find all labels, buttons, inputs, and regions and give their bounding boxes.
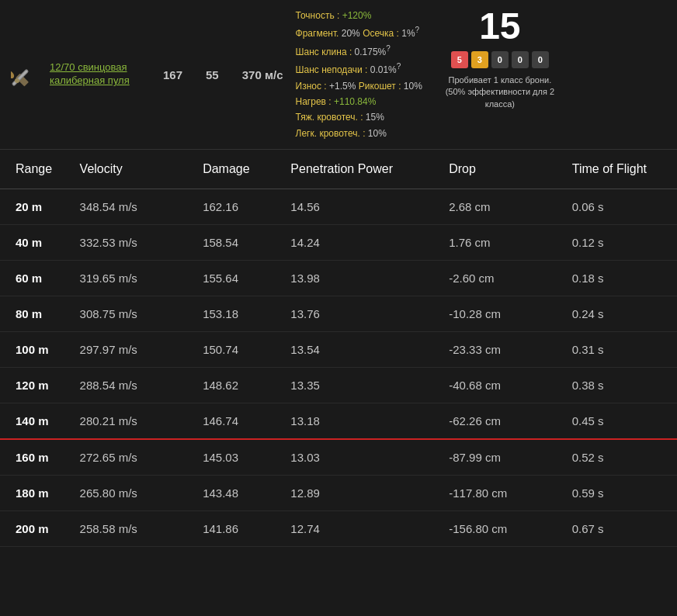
- stat-list: Точность : +120% Фрагмент. 20% Осечка : …: [296, 8, 422, 141]
- table-row: 80 m 308.75 m/s 153.18 13.76 -10.28 cm 0…: [0, 296, 677, 332]
- armor-dot-4: 0: [512, 51, 529, 68]
- item-stats-basic: 167 55 370 м/с: [163, 68, 283, 81]
- ballistics-table: Range Velocity Damage Penetration Power …: [0, 150, 677, 547]
- table-row: 100 m 297.97 m/s 150.74 13.54 -23.33 cm …: [0, 332, 677, 368]
- cell-range: 140 m: [0, 403, 71, 440]
- cell-penetration: 13.54: [281, 332, 439, 368]
- cell-velocity: 332.53 m/s: [71, 225, 194, 261]
- stat-55: 55: [206, 68, 219, 81]
- table-row: 160 m 272.65 m/s 145.03 13.03 -87.99 cm …: [0, 439, 677, 476]
- item-name[interactable]: 12/70 свинцовая калиберная пуля: [50, 61, 151, 88]
- item-icon: [9, 61, 37, 88]
- table-row: 120 m 288.54 m/s 148.62 13.35 -40.68 cm …: [0, 368, 677, 403]
- cell-damage: 141.86: [193, 511, 281, 547]
- cell-penetration: 13.76: [281, 296, 439, 332]
- cell-penetration: 13.98: [281, 261, 439, 296]
- cell-drop: -2.60 cm: [439, 261, 563, 296]
- col-drop: Drop: [439, 150, 563, 189]
- cell-drop: -40.68 cm: [439, 368, 563, 403]
- cell-range: 20 m: [0, 189, 71, 225]
- cell-drop: -23.33 cm: [439, 332, 563, 368]
- cell-damage: 153.18: [193, 296, 281, 332]
- stat-fragment: Фрагмент. 20% Осечка : 1%?: [296, 23, 422, 41]
- cell-velocity: 272.65 m/s: [71, 439, 194, 476]
- col-damage: Damage: [193, 150, 281, 189]
- table-row: 200 m 258.58 m/s 141.86 12.74 -156.80 cm…: [0, 511, 677, 547]
- cell-velocity: 258.58 m/s: [71, 511, 194, 547]
- stat-accuracy: Точность : +120%: [296, 8, 422, 23]
- cell-tof: 0.12 s: [563, 225, 677, 261]
- table-row: 20 m 348.54 m/s 162.16 14.56 2.68 cm 0.0…: [0, 189, 677, 225]
- armor-dot-1: 5: [451, 51, 468, 68]
- armor-dot-3: 0: [491, 51, 509, 68]
- cell-range: 100 m: [0, 332, 71, 368]
- cell-damage: 158.54: [193, 225, 281, 261]
- cell-range: 80 m: [0, 296, 71, 332]
- cell-range: 180 m: [0, 476, 71, 511]
- cell-tof: 0.52 s: [563, 439, 677, 476]
- item-details: Точность : +120% Фрагмент. 20% Осечка : …: [296, 8, 668, 141]
- cell-drop: -117.80 cm: [439, 476, 563, 511]
- cell-tof: 0.31 s: [563, 332, 677, 368]
- stat-light-bleed: Легк. кровотеч. : 10%: [296, 126, 422, 141]
- cell-tof: 0.06 s: [563, 189, 677, 225]
- table-row: 180 m 265.80 m/s 143.48 12.89 -117.80 cm…: [0, 476, 677, 511]
- header-section: 12/70 свинцовая калиберная пуля 167 55 3…: [0, 0, 677, 150]
- cell-penetration: 13.03: [281, 439, 439, 476]
- cell-damage: 143.48: [193, 476, 281, 511]
- armor-description: Пробивает 1 класс брони. (50% эффективно…: [438, 74, 562, 110]
- cell-velocity: 280.21 m/s: [71, 403, 194, 440]
- cell-drop: -156.80 cm: [439, 511, 563, 547]
- cell-drop: -10.28 cm: [439, 296, 563, 332]
- table-row: 140 m 280.21 m/s 146.74 13.18 -62.26 cm …: [0, 403, 677, 440]
- cell-tof: 0.45 s: [563, 403, 677, 440]
- cell-penetration: 14.24: [281, 225, 439, 261]
- svg-point-4: [15, 78, 19, 83]
- cell-drop: -62.26 cm: [439, 403, 563, 440]
- cell-penetration: 12.74: [281, 511, 439, 547]
- table-header-row: Range Velocity Damage Penetration Power …: [0, 150, 677, 189]
- cell-range: 160 m: [0, 439, 71, 476]
- cell-range: 200 m: [0, 511, 71, 547]
- armor-dot-5: 0: [532, 51, 549, 68]
- table-row: 60 m 319.65 m/s 155.64 13.98 -2.60 cm 0.…: [0, 261, 677, 296]
- cell-damage: 155.64: [193, 261, 281, 296]
- cell-penetration: 13.35: [281, 368, 439, 403]
- cell-range: 60 m: [0, 261, 71, 296]
- table-section: Range Velocity Damage Penetration Power …: [0, 150, 677, 547]
- armor-dot-2: 3: [471, 51, 488, 68]
- cell-damage: 148.62: [193, 368, 281, 403]
- cell-damage: 162.16: [193, 189, 281, 225]
- cell-penetration: 13.18: [281, 403, 439, 440]
- cell-penetration: 14.56: [281, 189, 439, 225]
- stat-jam: Шанс клина : 0.175%?: [296, 42, 422, 60]
- cell-penetration: 12.89: [281, 476, 439, 511]
- col-penetration: Penetration Power: [281, 150, 439, 189]
- cell-tof: 0.24 s: [563, 296, 677, 332]
- damage-number: 15: [479, 8, 520, 45]
- stat-misfeed: Шанс неподачи : 0.01%?: [296, 60, 422, 78]
- cell-range: 40 m: [0, 225, 71, 261]
- col-tof: Time of Flight: [563, 150, 677, 189]
- stat-heavy-bleed: Тяж. кровотеч. : 15%: [296, 109, 422, 125]
- cell-tof: 0.38 s: [563, 368, 677, 403]
- right-panel: 15 5 3 0 0 0 Пробивает 1 класс брони. (5…: [438, 8, 562, 110]
- stat-wear: Износ : +1.5% Рикошет : 10%: [296, 78, 422, 94]
- cell-tof: 0.59 s: [563, 476, 677, 511]
- cell-velocity: 297.97 m/s: [71, 332, 194, 368]
- cell-velocity: 348.54 m/s: [71, 189, 194, 225]
- cell-damage: 146.74: [193, 403, 281, 440]
- col-velocity: Velocity: [71, 150, 194, 189]
- cell-drop: -87.99 cm: [439, 439, 563, 476]
- cell-velocity: 288.54 m/s: [71, 368, 194, 403]
- armor-dots: 5 3 0 0 0: [451, 51, 549, 68]
- stat-heat: Нагрев : +110.84%: [296, 94, 422, 109]
- cell-tof: 0.67 s: [563, 511, 677, 547]
- svg-point-1: [11, 69, 16, 80]
- cell-drop: 1.76 cm: [439, 225, 563, 261]
- cell-tof: 0.18 s: [563, 261, 677, 296]
- stat-167: 167: [163, 68, 182, 81]
- cell-velocity: 319.65 m/s: [71, 261, 194, 296]
- col-range: Range: [0, 150, 71, 189]
- cell-velocity: 265.80 m/s: [71, 476, 194, 511]
